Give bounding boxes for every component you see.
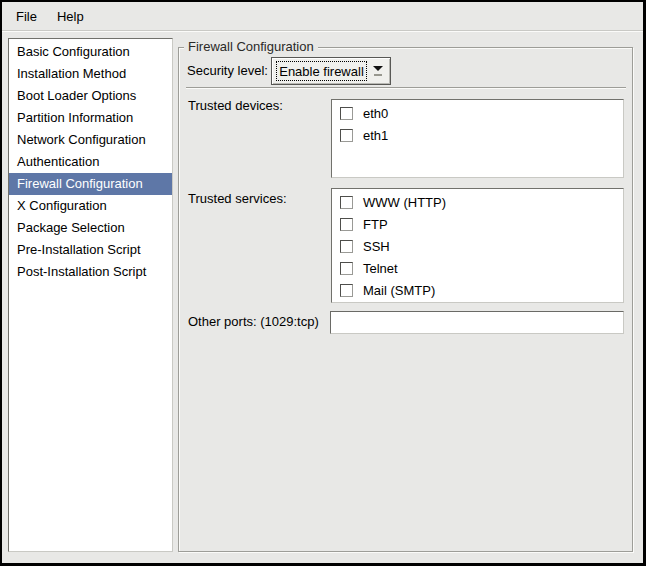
sidebar-item-firewall-configuration[interactable]: Firewall Configuration <box>9 173 172 195</box>
service-label: FTP <box>363 217 388 232</box>
dropdown-indicator <box>369 61 387 81</box>
checkbox-www-http[interactable] <box>340 196 353 209</box>
security-level-dropdown[interactable]: Enable firewall <box>271 57 391 85</box>
horizontal-separator <box>186 87 626 89</box>
security-level-value: Enable firewall <box>276 61 367 81</box>
checkbox-telnet[interactable] <box>340 262 353 275</box>
chevron-down-icon <box>373 66 383 71</box>
checkbox-eth1[interactable] <box>340 129 353 142</box>
trusted-devices-label: Trusted devices: <box>188 98 283 114</box>
sidebar-item-basic-configuration[interactable]: Basic Configuration <box>9 41 172 63</box>
sidebar-item-package-selection[interactable]: Package Selection <box>9 217 172 239</box>
sidebar-item-network-configuration[interactable]: Network Configuration <box>9 129 172 151</box>
list-item[interactable]: eth0 <box>332 102 623 124</box>
trusted-services-label: Trusted services: <box>188 191 287 207</box>
device-label: eth0 <box>363 106 388 121</box>
list-item[interactable]: SSH <box>332 235 623 257</box>
frame-title: Firewall Configuration <box>184 39 318 55</box>
list-item[interactable]: FTP <box>332 213 623 235</box>
sidebar-item-post-installation-script[interactable]: Post-Installation Script <box>9 261 172 283</box>
sidebar-section-list: Basic Configuration Installation Method … <box>8 38 173 552</box>
list-item[interactable]: WWW (HTTP) <box>332 191 623 213</box>
trusted-services-list: WWW (HTTP) FTP SSH Telnet Mail (SMTP) <box>331 188 624 303</box>
checkbox-mail-smtp[interactable] <box>340 284 353 297</box>
service-label: WWW (HTTP) <box>363 195 446 210</box>
service-label: Telnet <box>363 261 398 276</box>
application-window: File Help Basic Configuration Installati… <box>0 0 646 566</box>
sidebar-item-pre-installation-script[interactable]: Pre-Installation Script <box>9 239 172 261</box>
sidebar-item-installation-method[interactable]: Installation Method <box>9 63 172 85</box>
window-background: File Help Basic Configuration Installati… <box>2 2 643 563</box>
checkbox-ssh[interactable] <box>340 240 353 253</box>
menubar: File Help <box>2 2 643 31</box>
other-ports-label: Other ports: (1029:tcp) <box>188 314 319 330</box>
menu-file-label: File <box>16 9 37 24</box>
checkbox-ftp[interactable] <box>340 218 353 231</box>
checkbox-eth0[interactable] <box>340 107 353 120</box>
sidebar-item-partition-information[interactable]: Partition Information <box>9 107 172 129</box>
list-item[interactable]: Telnet <box>332 257 623 279</box>
trusted-devices-list: eth0 eth1 <box>331 99 624 178</box>
sidebar-item-authentication[interactable]: Authentication <box>9 151 172 173</box>
menu-file[interactable]: File <box>6 5 47 28</box>
sidebar-item-x-configuration[interactable]: X Configuration <box>9 195 172 217</box>
service-label: Mail (SMTP) <box>363 283 435 298</box>
dropdown-bar-icon <box>374 74 382 76</box>
menu-help-label: Help <box>57 9 84 24</box>
list-item[interactable]: Mail (SMTP) <box>332 279 623 301</box>
other-ports-input[interactable] <box>330 311 624 334</box>
menu-help[interactable]: Help <box>47 5 94 28</box>
security-level-label: Security level: <box>187 63 268 79</box>
device-label: eth1 <box>363 128 388 143</box>
list-item[interactable]: eth1 <box>332 124 623 146</box>
service-label: SSH <box>363 239 390 254</box>
sidebar-item-boot-loader-options[interactable]: Boot Loader Options <box>9 85 172 107</box>
